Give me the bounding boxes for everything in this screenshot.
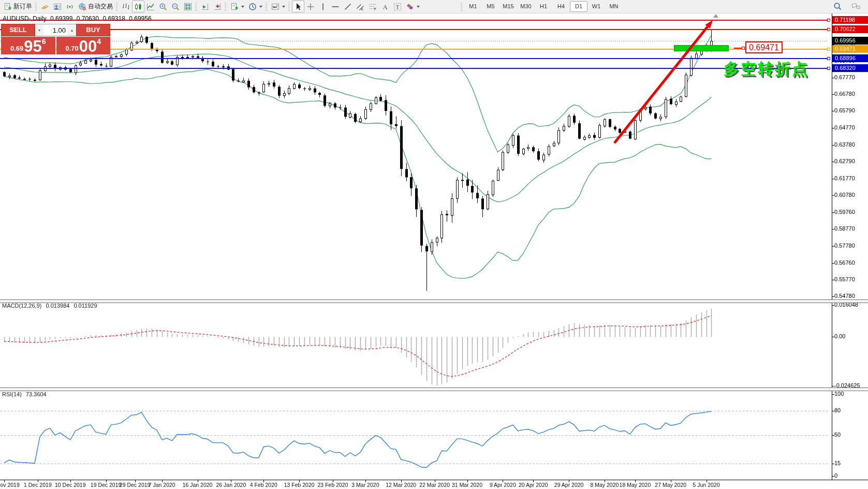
candlestick-chart-button[interactable] — [132, 1, 144, 12]
new-chart-icon — [230, 3, 239, 11]
candlestick-icon — [134, 3, 142, 11]
date-tick-label: 7 Jan 2020 — [149, 482, 175, 488]
volume-up-button[interactable]: ▲ — [68, 24, 76, 36]
channel-icon: E — [356, 3, 364, 11]
tf-m5-button[interactable]: M5 — [482, 1, 499, 12]
auto-scroll-button[interactable] — [199, 1, 211, 12]
cursor-button[interactable] — [292, 1, 304, 12]
rsi-scale-label: 50 — [834, 432, 841, 438]
zoom-out-button[interactable] — [169, 1, 182, 12]
tf-h4-button[interactable]: H4 — [552, 1, 570, 12]
level-anchor — [827, 19, 830, 22]
crosshair-icon — [306, 3, 315, 11]
indicators-button[interactable] — [269, 1, 287, 12]
timeframe-toolbar: M1 M5 M15 M30 H1 H4 D1 W1 MN — [460, 0, 623, 13]
macd-name: MACD(12,26,9) — [2, 303, 41, 309]
date-tick-label: 20 Apr 2020 — [519, 482, 548, 488]
line-chart-button[interactable] — [144, 1, 157, 12]
price-tick-label: 0.66780 — [834, 91, 855, 97]
toolbar-grip — [461, 3, 462, 11]
chart-shift-marker-icon — [713, 14, 718, 18]
tf-d1-button[interactable]: D1 — [570, 1, 587, 12]
fibonacci-icon: F — [369, 3, 377, 11]
text-label-icon: T — [393, 3, 402, 11]
date-tick-label: 18 May 2020 — [620, 482, 651, 488]
crosshair-button[interactable] — [304, 1, 317, 12]
tf-mn-button[interactable]: MN — [605, 1, 623, 12]
person-window-icon — [53, 3, 62, 11]
price-tick-label: 0.63780 — [834, 141, 855, 148]
text-a-icon: A — [381, 3, 389, 11]
sell-price-big: 95 — [24, 40, 41, 53]
vertical-line-button[interactable] — [317, 1, 329, 12]
price-axis-line — [832, 13, 832, 480]
tf-m1-button[interactable]: M1 — [464, 1, 482, 12]
level-anchor — [827, 57, 830, 60]
annotation-text[interactable]: 多空转折点 — [724, 59, 809, 80]
rsi-pane-separator[interactable] — [0, 387, 868, 391]
auto-trading-button[interactable]: 自动交易 — [76, 1, 115, 12]
low-value: 0.69318 — [103, 15, 125, 22]
chat-button[interactable] — [849, 1, 863, 12]
channel-button[interactable]: E — [354, 1, 366, 12]
macd-pane-separator[interactable] — [0, 299, 868, 303]
green-highlight-bar[interactable] — [674, 45, 729, 51]
svg-text:T: T — [396, 4, 400, 10]
fibonacci-button[interactable]: F — [366, 1, 379, 12]
tf-m15-button[interactable]: M15 — [499, 1, 517, 12]
tile-windows-icon — [184, 3, 192, 11]
gold-ingot-button[interactable] — [39, 1, 51, 12]
level-line-support[interactable] — [0, 68, 828, 69]
data-window-button[interactable] — [51, 1, 64, 12]
price-callout[interactable]: 0.69471 — [745, 41, 783, 53]
price-tick-label: 0.57780 — [834, 242, 855, 249]
signals-button[interactable] — [64, 1, 76, 12]
text-label-button[interactable]: T — [391, 1, 404, 12]
new-chart-button[interactable] — [228, 1, 246, 12]
sell-button[interactable]: SELL — [1, 24, 35, 36]
clock-icon — [248, 3, 257, 11]
date-tick-label: 16 Jan 2020 — [183, 482, 213, 488]
volume-down-button[interactable]: ▼ — [35, 24, 43, 36]
tf-w1-button[interactable]: W1 — [587, 1, 605, 12]
gold-ingot-icon — [41, 3, 49, 11]
chevron-down-icon — [259, 6, 262, 8]
level-line-resistance[interactable] — [0, 29, 828, 30]
line-chart-icon — [146, 3, 155, 11]
toolbar-grip — [288, 3, 290, 11]
trendline-button[interactable] — [342, 1, 354, 12]
bar-chart-button[interactable] — [120, 1, 132, 12]
indicators-icon — [271, 3, 279, 11]
chart-shift-button[interactable] — [211, 1, 224, 12]
auto-scroll-icon — [201, 3, 209, 11]
search-button[interactable] — [831, 1, 844, 12]
buy-price-display: 0.70 00 4 — [56, 37, 111, 54]
level-line-support[interactable] — [0, 58, 828, 59]
volume-input[interactable] — [43, 24, 68, 36]
new-order-button[interactable]: 新订单 — [2, 1, 34, 12]
chevron-down-icon — [417, 6, 420, 8]
profiles-button[interactable] — [246, 1, 264, 12]
arrows-button[interactable] — [404, 1, 422, 12]
tile-windows-button[interactable] — [182, 1, 194, 12]
text-button[interactable]: A — [379, 1, 391, 12]
date-tick-label: 5 Jun 2020 — [693, 482, 720, 488]
tf-h1-button[interactable]: H1 — [535, 1, 552, 12]
time-axis-line — [0, 480, 868, 480]
zoom-in-button[interactable] — [157, 1, 169, 12]
search-icon — [833, 2, 842, 11]
horizontal-line-button[interactable] — [329, 1, 342, 12]
tf-m30-button[interactable]: M30 — [517, 1, 535, 12]
buy-price-big: 00 — [79, 40, 97, 53]
chart-shift-icon — [213, 3, 222, 11]
price-tick-label: 0.62790 — [834, 158, 855, 164]
rsi-scale-label: 15 — [834, 460, 841, 466]
svg-text:F: F — [374, 7, 376, 11]
trendline-icon — [344, 3, 352, 11]
chevron-down-icon — [282, 6, 285, 8]
symbol-period-label: AUDUSD-,Daily — [3, 15, 47, 22]
buy-button[interactable]: BUY — [76, 24, 110, 36]
arrows-icon — [406, 3, 414, 11]
level-anchor — [827, 48, 830, 51]
date-tick-label: 22 Mar 2020 — [419, 482, 450, 488]
